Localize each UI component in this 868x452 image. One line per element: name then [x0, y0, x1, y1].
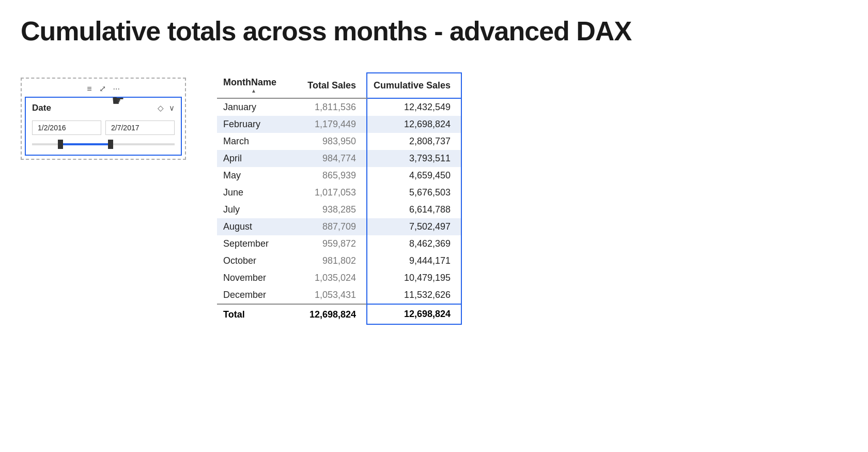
footer-total-sales: 12,698,824 [295, 304, 367, 324]
slicer-thumb-left[interactable] [58, 140, 63, 149]
table-row: February1,179,44912,698,824 [217, 116, 461, 133]
cell-cumulative-sales: 11,532,626 [367, 287, 461, 304]
slicer-label: Date [32, 103, 51, 113]
slicer-header-icons: ◇ ∨ [158, 103, 175, 113]
cell-total-sales: 887,709 [295, 218, 367, 235]
table-row: March983,9502,808,737 [217, 133, 461, 150]
cell-cumulative-sales: 12,698,824 [367, 116, 461, 133]
cell-cumulative-sales: 7,502,497 [367, 218, 461, 235]
cell-total-sales: 1,179,449 [295, 116, 367, 133]
slicer-slider-track [32, 143, 175, 145]
cell-month-name: November [217, 269, 295, 287]
cell-cumulative-sales: 10,479,195 [367, 269, 461, 287]
eraser-icon[interactable]: ◇ [158, 103, 164, 113]
table-row: January1,811,53612,432,549 [217, 98, 461, 116]
slicer-container: ≡ ⤢ ··· Date ◇ ∨ 1/2/2016 2/7/2017 [21, 78, 186, 160]
col-header-cumulative-sales[interactable]: Cumulative Sales [367, 73, 461, 98]
cell-total-sales: 865,939 [295, 167, 367, 184]
slicer-thumb-right[interactable] [108, 140, 113, 149]
cell-month-name: May [217, 167, 295, 184]
cell-cumulative-sales: 4,659,450 [367, 167, 461, 184]
table-header-row: MonthName ▲ Total Sales Cumulative Sales [217, 73, 461, 98]
slicer-date-inputs: 1/2/2016 2/7/2017 [32, 120, 175, 135]
page: Cumulative totals across months - advanc… [0, 0, 868, 452]
slicer-outer: ≡ ⤢ ··· Date ◇ ∨ 1/2/2016 2/7/2017 [21, 78, 186, 160]
cell-total-sales: 981,802 [295, 252, 367, 269]
chevron-down-icon[interactable]: ∨ [169, 103, 175, 113]
menu-icon[interactable]: ≡ [87, 84, 91, 94]
cell-cumulative-sales: 6,614,788 [367, 201, 461, 218]
cell-month-name: October [217, 252, 295, 269]
cell-month-name: August [217, 218, 295, 235]
cell-cumulative-sales: 2,808,737 [367, 133, 461, 150]
sort-arrow-monthname: ▲ [223, 88, 284, 94]
footer-total-cumulative: 12,698,824 [367, 304, 461, 324]
slicer-toolbar: ≡ ⤢ ··· [25, 82, 182, 97]
table-row: April984,7743,793,511 [217, 150, 461, 167]
cell-total-sales: 983,950 [295, 133, 367, 150]
content-area: ≡ ⤢ ··· Date ◇ ∨ 1/2/2016 2/7/2017 [21, 72, 847, 325]
cell-cumulative-sales: 12,432,549 [367, 98, 461, 116]
cell-month-name: June [217, 184, 295, 201]
table-row: December1,053,43111,532,626 [217, 287, 461, 304]
cell-total-sales: 938,285 [295, 201, 367, 218]
cell-total-sales: 1,811,536 [295, 98, 367, 116]
more-icon[interactable]: ··· [113, 84, 120, 94]
slicer-slider-fill [60, 143, 111, 145]
table-row: May865,9394,659,450 [217, 167, 461, 184]
table-row: October981,8029,444,171 [217, 252, 461, 269]
table-row: November1,035,02410,479,195 [217, 269, 461, 287]
page-title: Cumulative totals across months - advanc… [21, 16, 847, 47]
cell-total-sales: 959,872 [295, 235, 367, 252]
cell-cumulative-sales: 9,444,171 [367, 252, 461, 269]
cell-total-sales: 1,053,431 [295, 287, 367, 304]
col-header-monthname[interactable]: MonthName ▲ [217, 73, 295, 98]
cell-month-name: July [217, 201, 295, 218]
slicer-header: Date ◇ ∨ [32, 103, 175, 113]
slicer-inner: Date ◇ ∨ 1/2/2016 2/7/2017 [25, 97, 182, 156]
cell-cumulative-sales: 5,676,503 [367, 184, 461, 201]
table-footer-row: Total 12,698,824 12,698,824 [217, 304, 461, 324]
slicer-start-date[interactable]: 1/2/2016 [32, 120, 101, 135]
table-row: August887,7097,502,497 [217, 218, 461, 235]
cell-month-name: September [217, 235, 295, 252]
table-row: July938,2856,614,788 [217, 201, 461, 218]
cell-cumulative-sales: 3,793,511 [367, 150, 461, 167]
footer-total-label: Total [217, 304, 295, 324]
cell-month-name: March [217, 133, 295, 150]
table-body: January1,811,53612,432,549February1,179,… [217, 98, 461, 304]
expand-icon[interactable]: ⤢ [99, 84, 106, 94]
slicer-end-date[interactable]: 2/7/2017 [105, 120, 175, 135]
cell-month-name: April [217, 150, 295, 167]
cell-cumulative-sales: 8,462,369 [367, 235, 461, 252]
cell-month-name: December [217, 287, 295, 304]
table-container: MonthName ▲ Total Sales Cumulative Sales… [217, 72, 462, 325]
col-header-total-sales[interactable]: Total Sales [295, 73, 367, 98]
data-table: MonthName ▲ Total Sales Cumulative Sales… [217, 72, 462, 325]
table-row: June1,017,0535,676,503 [217, 184, 461, 201]
cell-month-name: February [217, 116, 295, 133]
cell-total-sales: 1,017,053 [295, 184, 367, 201]
cell-total-sales: 984,774 [295, 150, 367, 167]
table-footer: Total 12,698,824 12,698,824 [217, 304, 461, 324]
cell-month-name: January [217, 98, 295, 116]
table-row: September959,8728,462,369 [217, 235, 461, 252]
cell-total-sales: 1,035,024 [295, 269, 367, 287]
